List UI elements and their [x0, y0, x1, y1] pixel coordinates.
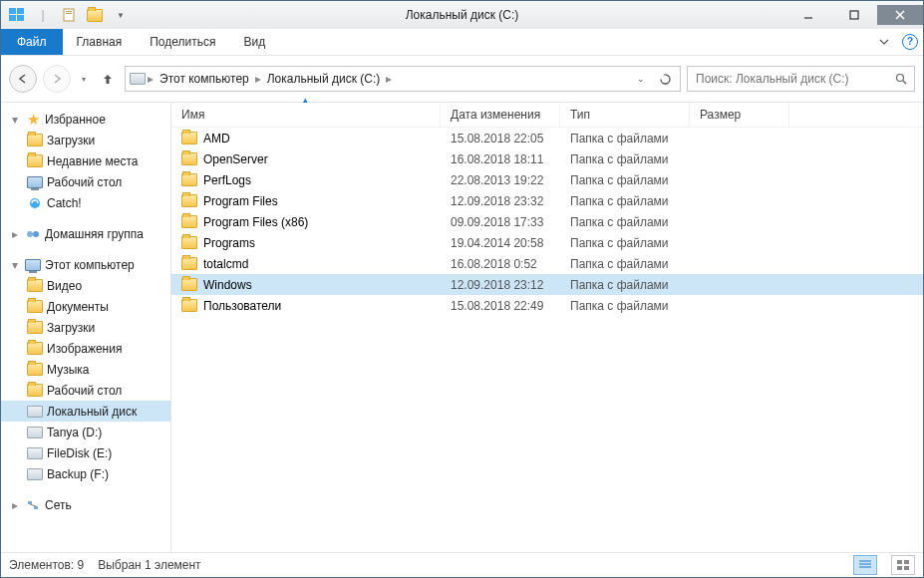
- table-row[interactable]: Programs 19.04.2014 20:58 Папка с файлам…: [171, 232, 923, 253]
- item-count: Элементов: 9: [9, 558, 84, 572]
- chevron-down-icon[interactable]: ▾: [9, 258, 21, 272]
- file-type: Папка с файлами: [560, 299, 690, 313]
- file-date: 16.08.2018 18:11: [441, 152, 560, 166]
- details-view-button[interactable]: [853, 555, 877, 575]
- tab-share[interactable]: Поделиться: [136, 29, 229, 55]
- search-box[interactable]: [687, 66, 915, 92]
- column-name[interactable]: ▴ Имя: [171, 103, 441, 127]
- folder-icon: [181, 152, 197, 165]
- tree-item[interactable]: Catch!: [1, 192, 170, 213]
- ribbon-expand-icon[interactable]: [871, 29, 897, 55]
- svg-rect-16: [28, 501, 32, 504]
- search-icon[interactable]: [895, 73, 908, 86]
- app-icon[interactable]: [5, 5, 29, 25]
- svg-rect-3: [17, 15, 24, 21]
- tree-item[interactable]: Рабочий стол: [1, 171, 170, 192]
- tree-item[interactable]: Видео: [1, 275, 170, 296]
- svg-point-11: [897, 74, 904, 81]
- table-row[interactable]: PerfLogs 22.08.2013 19:22 Папка с файлам…: [171, 169, 923, 190]
- table-row[interactable]: OpenServer 16.08.2018 18:11 Папка с файл…: [171, 148, 923, 169]
- file-date: 12.09.2018 23:12: [441, 278, 560, 292]
- drive-icon: [27, 466, 43, 482]
- tree-item[interactable]: Tanya (D:): [1, 422, 170, 442]
- tree-item[interactable]: FileDisk (E:): [1, 442, 170, 463]
- table-row[interactable]: Windows 12.09.2018 23:12 Папка с файлами: [171, 274, 923, 295]
- tree-item[interactable]: Backup (F:): [1, 463, 170, 484]
- chevron-right-icon[interactable]: ▸: [9, 498, 21, 512]
- table-row[interactable]: AMD 15.08.2018 22:05 Папка с файлами: [171, 128, 923, 148]
- minimize-button[interactable]: [785, 5, 831, 25]
- chevron-right-icon[interactable]: ▸: [255, 72, 261, 86]
- tree-item[interactable]: Загрузки: [1, 130, 170, 150]
- folder-icon: [27, 362, 43, 378]
- history-dropdown-icon[interactable]: ▾: [77, 75, 91, 84]
- tree-label: Домашняя группа: [45, 227, 144, 241]
- tree-favorites[interactable]: ▾★Избранное: [1, 109, 170, 130]
- close-button[interactable]: [877, 5, 923, 25]
- refresh-button[interactable]: [654, 73, 676, 86]
- tree-item[interactable]: Загрузки: [1, 317, 170, 338]
- star-icon: ★: [25, 112, 41, 128]
- search-input[interactable]: [694, 71, 895, 87]
- icons-view-button[interactable]: [891, 555, 915, 575]
- chevron-right-icon[interactable]: ▸: [386, 72, 392, 86]
- folder-icon: [181, 278, 197, 291]
- column-type[interactable]: Тип: [560, 103, 690, 127]
- tab-view[interactable]: Вид: [229, 29, 279, 55]
- file-name: OpenServer: [203, 152, 268, 166]
- tree-item[interactable]: Музыка: [1, 359, 170, 380]
- svg-rect-1: [17, 8, 24, 14]
- navigation-pane: ▾★Избранное Загрузки Недавние места Рабо…: [1, 103, 171, 552]
- tree-network[interactable]: ▸Сеть: [1, 494, 170, 515]
- qat-dropdown-icon[interactable]: ▼: [109, 5, 133, 25]
- file-date: 12.09.2018 23:32: [441, 194, 560, 208]
- help-button[interactable]: ?: [897, 29, 923, 55]
- tree-item[interactable]: Документы: [1, 296, 170, 317]
- tree-item[interactable]: Изображения: [1, 338, 170, 359]
- folder-icon: [181, 194, 197, 207]
- column-date[interactable]: Дата изменения: [441, 103, 560, 127]
- chevron-right-icon[interactable]: ▸: [9, 227, 21, 241]
- table-row[interactable]: Пользователи 15.08.2018 22:49 Папка с фа…: [171, 295, 923, 316]
- tree-item[interactable]: Недавние места: [1, 150, 170, 171]
- file-date: 16.08.2018 0:52: [441, 257, 560, 271]
- tree-label: Видео: [47, 279, 82, 293]
- tree-label: Рабочий стол: [47, 175, 122, 189]
- pc-icon: [25, 257, 41, 273]
- tree-computer[interactable]: ▾Этот компьютер: [1, 254, 170, 275]
- table-row[interactable]: Program Files (x86) 09.09.2018 17:33 Пап…: [171, 211, 923, 232]
- qat-new-folder-icon[interactable]: [83, 5, 107, 25]
- address-dropdown-icon[interactable]: ⌄: [630, 74, 652, 84]
- file-name: Programs: [203, 236, 255, 250]
- table-row[interactable]: totalcmd 16.08.2018 0:52 Папка с файлами: [171, 253, 923, 274]
- tree-item[interactable]: Локальный диск: [1, 401, 170, 422]
- breadcrumb-computer[interactable]: Этот компьютер: [155, 72, 253, 86]
- table-row[interactable]: Program Files 12.09.2018 23:32 Папка с ф…: [171, 190, 923, 211]
- maximize-button[interactable]: [831, 5, 877, 25]
- column-headers: ▴ Имя Дата изменения Тип Размер: [171, 103, 923, 128]
- chevron-right-icon[interactable]: ▸: [148, 72, 154, 86]
- tree-label: Загрузки: [47, 321, 95, 335]
- forward-button[interactable]: [43, 65, 71, 93]
- breadcrumb-label: Этот компьютер: [159, 72, 249, 86]
- breadcrumb-drive[interactable]: Локальный диск (C:): [263, 72, 385, 86]
- drive-icon: [130, 73, 146, 85]
- tab-home[interactable]: Главная: [63, 29, 137, 55]
- tree-homegroup[interactable]: ▸Домашняя группа: [1, 223, 170, 244]
- svg-rect-8: [850, 11, 858, 19]
- file-tab[interactable]: Файл: [1, 29, 63, 55]
- tree-label: Загрузки: [47, 134, 95, 147]
- selection-count: Выбран 1 элемент: [98, 558, 200, 572]
- folder-icon: [181, 299, 197, 312]
- chevron-down-icon[interactable]: ▾: [9, 113, 21, 127]
- column-size[interactable]: Размер: [690, 103, 789, 127]
- svg-rect-0: [9, 8, 16, 14]
- svg-rect-22: [897, 560, 902, 564]
- back-button[interactable]: [9, 65, 37, 93]
- qat-properties-icon[interactable]: [57, 5, 81, 25]
- address-bar[interactable]: ▸ Этот компьютер ▸ Локальный диск (C:) ▸…: [125, 66, 681, 92]
- file-type: Папка с файлами: [560, 236, 690, 250]
- up-button[interactable]: [97, 68, 119, 90]
- tree-item[interactable]: Рабочий стол: [1, 380, 170, 401]
- network-icon: [25, 497, 41, 513]
